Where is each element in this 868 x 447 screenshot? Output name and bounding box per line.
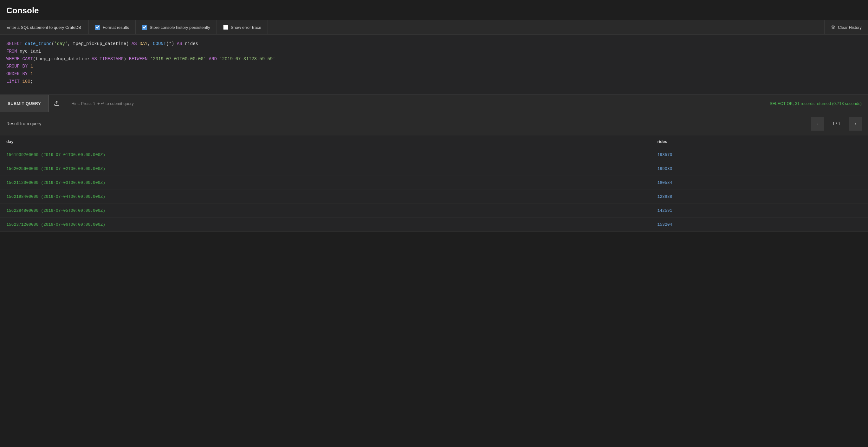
sql-editor[interactable]: SELECT date_trunc('day', tpep_pickup_dat… bbox=[0, 35, 868, 95]
trash-icon: 🗑 bbox=[831, 25, 835, 30]
cell-day: 1562112000000 (2019-07-03T00:00:00.000Z) bbox=[0, 176, 651, 190]
store-history-label: Store console history persistently bbox=[150, 25, 210, 30]
query-line-3: WHERE CAST(tpep_pickup_datetime AS TIMES… bbox=[6, 56, 862, 63]
next-page-button[interactable]: › bbox=[849, 117, 862, 131]
results-title: Result from query bbox=[6, 121, 811, 126]
store-history-option[interactable]: Store console history persistently bbox=[136, 20, 217, 34]
show-error-checkbox[interactable] bbox=[223, 25, 228, 30]
submit-query-button[interactable]: SUBMIT QUERY bbox=[0, 95, 49, 112]
cell-rides: 180584 bbox=[651, 176, 868, 190]
query-line-2: FROM nyc_taxi bbox=[6, 48, 862, 56]
query-line-1: SELECT date_trunc('day', tpep_pickup_dat… bbox=[6, 40, 862, 48]
show-error-label: Show error trace bbox=[231, 25, 261, 30]
table-row: 1561939200000 (2019-07-01T00:00:00.000Z)… bbox=[0, 148, 868, 162]
submit-bar: SUBMIT QUERY Hint: Press ⇧ + ↵ to submit… bbox=[0, 95, 868, 112]
cell-day: 1562371200000 (2019-07-06T00:00:00.000Z) bbox=[0, 218, 651, 232]
cell-day: 1562284800000 (2019-07-05T00:00:00.000Z) bbox=[0, 204, 651, 218]
results-header: Result from query ‹ 1 / 1 › bbox=[0, 112, 868, 135]
cell-rides: 123988 bbox=[651, 190, 868, 204]
prev-page-button[interactable]: ‹ bbox=[811, 117, 824, 131]
table-row: 1562284800000 (2019-07-05T00:00:00.000Z)… bbox=[0, 204, 868, 218]
pagination: ‹ 1 / 1 › bbox=[811, 117, 862, 131]
table-header-row: day rides bbox=[0, 135, 868, 148]
export-button[interactable] bbox=[49, 95, 65, 112]
table-row: 1562198400000 (2019-07-04T00:00:00.000Z)… bbox=[0, 190, 868, 204]
clear-history-label: Clear History bbox=[838, 25, 862, 30]
cell-day: 1561939200000 (2019-07-01T00:00:00.000Z) bbox=[0, 148, 651, 162]
column-header-day: day bbox=[0, 135, 651, 148]
export-icon bbox=[54, 100, 60, 106]
cell-day: 1562025600000 (2019-07-02T00:00:00.000Z) bbox=[0, 162, 651, 176]
sql-label: Enter a SQL statement to query CrateDB bbox=[0, 20, 89, 34]
show-error-option[interactable]: Show error trace bbox=[217, 20, 268, 34]
table-row: 1562112000000 (2019-07-03T00:00:00.000Z)… bbox=[0, 176, 868, 190]
hint-text: Hint: Press ⇧ + ↵ to submit query bbox=[65, 101, 140, 106]
query-line-6: LIMIT 100; bbox=[6, 78, 862, 86]
cell-rides: 193570 bbox=[651, 148, 868, 162]
results-table: day rides 1561939200000 (2019-07-01T00:0… bbox=[0, 135, 868, 232]
toolbar: Enter a SQL statement to query CrateDB F… bbox=[0, 20, 868, 35]
cell-day: 1562198400000 (2019-07-04T00:00:00.000Z) bbox=[0, 190, 651, 204]
query-line-4: GROUP BY 1 bbox=[6, 63, 862, 70]
table-row: 1562025600000 (2019-07-02T00:00:00.000Z)… bbox=[0, 162, 868, 176]
query-line-5: ORDER BY 1 bbox=[6, 70, 862, 78]
cell-rides: 153204 bbox=[651, 218, 868, 232]
format-results-checkbox[interactable] bbox=[95, 25, 100, 30]
success-text: SELECT OK, 31 records returned (0.713 se… bbox=[764, 101, 868, 106]
page-info: 1 / 1 bbox=[824, 117, 849, 131]
column-header-rides: rides bbox=[651, 135, 868, 148]
cell-rides: 199033 bbox=[651, 162, 868, 176]
store-history-checkbox[interactable] bbox=[142, 25, 147, 30]
page-title: Console bbox=[0, 0, 868, 20]
clear-history-button[interactable]: 🗑 Clear History bbox=[824, 20, 868, 34]
format-results-label: Format results bbox=[103, 25, 129, 30]
format-results-option[interactable]: Format results bbox=[89, 20, 136, 34]
results-section: Result from query ‹ 1 / 1 › day rides 15… bbox=[0, 112, 868, 232]
table-row: 1562371200000 (2019-07-06T00:00:00.000Z)… bbox=[0, 218, 868, 232]
cell-rides: 142591 bbox=[651, 204, 868, 218]
